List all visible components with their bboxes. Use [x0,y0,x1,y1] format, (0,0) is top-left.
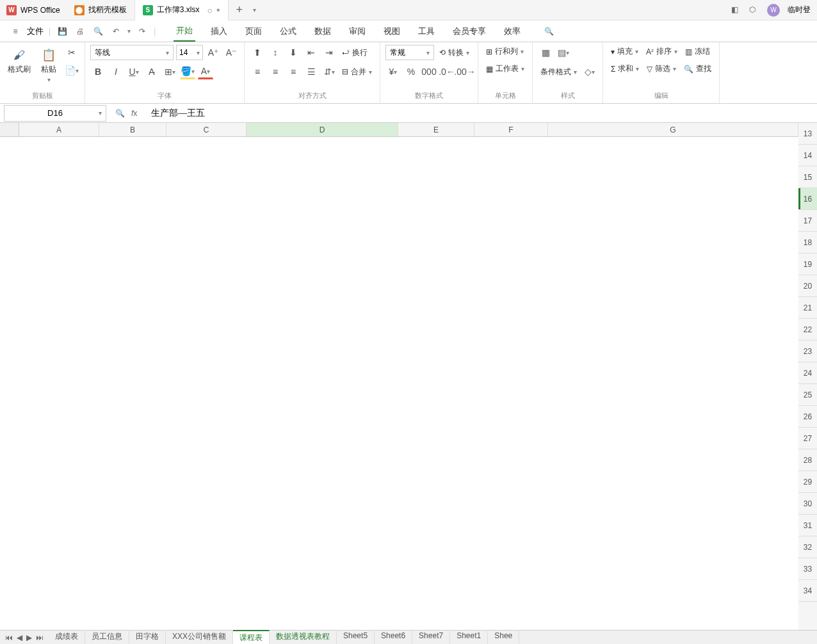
row-header-29[interactable]: 29 [798,471,817,493]
menu-insert[interactable]: 插入 [208,22,230,41]
sheet-tab[interactable]: 成绩表 [49,630,85,644]
clear-format-button[interactable]: ◇▾ [582,64,597,79]
increase-font-button[interactable]: A⁺ [206,45,221,60]
row-header-25[interactable]: 25 [798,384,817,406]
wrap-button[interactable]: ⮐ 换行 [339,46,370,60]
sheet-tab[interactable]: Sheet5 [337,630,375,644]
sheet-tab[interactable]: Sheet1 [450,630,488,644]
search-icon[interactable]: 🔍 [542,25,555,38]
percent-button[interactable]: % [403,64,419,79]
merge-button[interactable]: ⊟ 合并▾ [339,65,375,79]
row-header-17[interactable]: 17 [798,210,817,232]
row-header-13[interactable]: 13 [798,123,817,145]
bold-button[interactable]: B [90,64,106,79]
currency-button[interactable]: ¥▾ [385,64,401,79]
row-header-22[interactable]: 22 [798,319,817,341]
row-header-18[interactable]: 18 [798,232,817,254]
zoom-icon[interactable]: 🔍 [115,109,125,118]
font-color-button[interactable]: A▾ [198,64,213,79]
sort-button[interactable]: Aᶻ 排序▾ [643,45,680,58]
menu-start[interactable]: 开始 [174,21,195,42]
align-right-button[interactable]: ≡ [286,64,301,79]
row-header-19[interactable]: 19 [798,254,817,275]
tab-list-dropdown[interactable]: ▾ [253,6,256,13]
row-header-28[interactable]: 28 [798,449,817,471]
dec-indent-button[interactable]: ⇤ [303,45,319,60]
align-center-button[interactable]: ≡ [268,64,283,79]
inc-indent-button[interactable]: ⇥ [321,45,337,60]
table-style-button[interactable]: ▤▾ [556,45,571,60]
new-tab-button[interactable]: + [229,3,251,17]
convert-button[interactable]: ⟲ 转换▾ [437,46,472,60]
format-painter-button[interactable]: 🖌 格式刷 [5,45,33,77]
sum-button[interactable]: Σ 求和▾ [608,62,642,76]
filter-button[interactable]: ▽ 筛选▾ [644,62,679,76]
decrease-font-button[interactable]: A⁻ [223,45,239,60]
row-header-30[interactable]: 30 [798,493,817,515]
border-button[interactable]: ⊞▾ [162,64,177,79]
row-header-34[interactable]: 34 [798,580,817,602]
menu-review[interactable]: 审阅 [346,22,368,41]
find-button[interactable]: 🔍 查找 [681,62,714,76]
row-header-20[interactable]: 20 [798,275,817,297]
row-header-16[interactable]: 16 [798,188,817,210]
strike-button[interactable]: A̶ [144,64,159,79]
tab-menu-icon[interactable]: • [216,4,220,16]
freeze-button[interactable]: ▥ 冻结 [683,45,713,58]
redo-icon[interactable]: ↷ [136,25,149,38]
col-header-C[interactable]: C [166,123,247,136]
row-header-26[interactable]: 26 [798,406,817,428]
worksheet-button[interactable]: ▦ 工作表▾ [483,62,527,76]
valign-mid-button[interactable]: ↕ [268,45,283,60]
row-header-27[interactable]: 27 [798,428,817,449]
col-header-D[interactable]: D [247,123,398,136]
sheet-next-icon[interactable]: ▶ [26,633,32,642]
justify-button[interactable]: ☰ [303,64,319,79]
user-avatar[interactable]: W [767,4,780,17]
col-header-F[interactable]: F [474,123,548,136]
select-all-corner[interactable] [0,123,19,137]
menu-formula[interactable]: 公式 [277,22,299,41]
sheet-last-icon[interactable]: ⏭ [36,633,44,642]
menu-tools[interactable]: 工具 [416,22,437,41]
number-format-select[interactable]: 常规▾ [385,45,434,60]
sheet-tab[interactable]: 数据透视表教程 [270,630,337,644]
row-header-33[interactable]: 33 [798,558,817,580]
row-header-31[interactable]: 31 [798,515,817,536]
sheet-tab[interactable]: 员工信息 [85,630,129,644]
menu-efficiency[interactable]: 效率 [501,22,523,41]
menu-member[interactable]: 会员专享 [450,22,489,41]
panel-icon[interactable]: ◧ [731,5,741,15]
cut-button[interactable]: ✂ [64,45,79,60]
orientation-button[interactable]: ⇵▾ [321,64,337,79]
row-header-14[interactable]: 14 [798,145,817,166]
file-menu[interactable]: 文件 [27,26,44,37]
cell-style-button[interactable]: ▦ [538,45,553,60]
row-header-23[interactable]: 23 [798,341,817,362]
inc-decimal-button[interactable]: .0← [439,64,455,79]
print-icon[interactable]: 🖨 [74,25,86,38]
fx-icon[interactable]: fx [131,109,137,118]
sheet-prev-icon[interactable]: ◀ [17,633,22,642]
paste-button[interactable]: 📋 粘贴▾ [37,45,60,86]
valign-top-button[interactable]: ⬆ [250,45,265,60]
sheet-tab[interactable]: Sheet6 [375,630,412,644]
col-header-G[interactable]: G [548,123,798,136]
undo-icon[interactable]: ↶ [109,25,122,38]
copy-button[interactable]: 📄▾ [64,63,79,78]
italic-button[interactable]: I [108,64,124,79]
save-icon[interactable]: 💾 [56,25,69,38]
chevron-down-icon[interactable]: ▾ [99,109,102,117]
fill-color-button[interactable]: 🪣▾ [180,64,195,79]
valign-bot-button[interactable]: ⬇ [286,45,301,60]
row-header-15[interactable]: 15 [798,166,817,188]
sheet-tab[interactable]: Shee [488,630,519,644]
cond-format-button[interactable]: 条件格式▾ [538,65,579,79]
tab-workbook[interactable]: S 工作簿3.xlsx ○ • [135,0,229,20]
sheet-tab[interactable]: 田字格 [129,630,166,644]
formula-input[interactable]: 生产部—王五 [146,108,817,119]
tab-close-icon[interactable]: ○ [207,5,212,15]
font-size-select[interactable]: 14▾ [176,45,203,60]
dec-decimal-button[interactable]: .00→ [457,64,473,79]
font-name-select[interactable]: 等线▾ [90,45,174,60]
